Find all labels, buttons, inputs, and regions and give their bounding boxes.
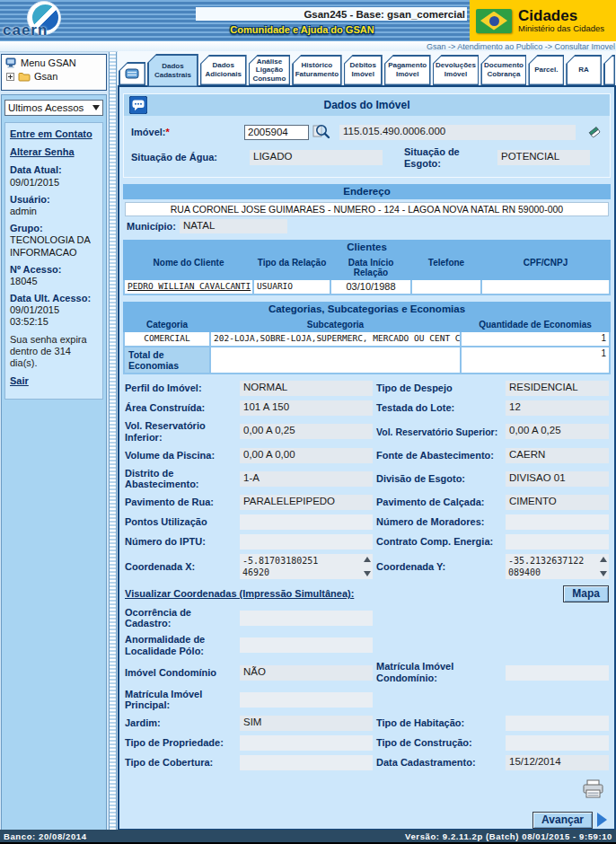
- row-ocorrencia: Ocorrência de Cadastro:: [125, 607, 609, 629]
- row-propriedade-construcao: Tipo de Propriedade: Tipo de Construção:: [125, 735, 609, 751]
- ultimos-acessos-select[interactable]: Ultimos Acessos: [4, 100, 103, 116]
- tab-overflow-stub[interactable]: [603, 55, 615, 85]
- esgoto-value: POTENCIAL: [497, 150, 590, 165]
- cobertura-label: Tipo de Cobertura:: [125, 757, 236, 769]
- divisao-label: Divisão de Esgoto:: [376, 473, 502, 485]
- change-password-link[interactable]: Alterar Senha: [10, 146, 98, 158]
- coord-x-field[interactable]: -5.81703180251 46920: [240, 554, 373, 579]
- pav-calcada-value: CIMENTO: [506, 495, 609, 510]
- avancar-row: Avançar: [127, 812, 607, 829]
- testada-value: 12: [506, 400, 609, 416]
- tab-documento-cobranca[interactable]: Documento Cobrança: [480, 55, 526, 85]
- perfil-label: Perfil do Imóvel:: [125, 382, 236, 394]
- energia-label: Contrato Comp. Energia:: [376, 536, 502, 548]
- tab-parcel[interactable]: Parcel.: [528, 55, 564, 85]
- imovel-code-input[interactable]: [244, 125, 309, 140]
- header-center: Gsan245 - Base: gsan_comercial Comunidad…: [135, 0, 470, 41]
- tab-analise-ligacao-consumo[interactable]: Análise Ligação Consumo: [249, 55, 291, 85]
- tab-debitos-imovel[interactable]: Débitos Imóvel: [344, 55, 383, 85]
- eraser-icon[interactable]: [576, 124, 603, 140]
- row-area-testada: Área Construída: 101 A 150 Testada do Lo…: [125, 400, 609, 416]
- caern-logo: caern: [0, 0, 135, 41]
- col-tipo: Tipo da Relação: [254, 256, 330, 278]
- pav-rua-value: PARALELEPIPEDO: [240, 495, 373, 510]
- client-name-link[interactable]: PEDRO WILLIAN CAVALCANTI: [128, 281, 251, 291]
- testada-label: Testada do Lote:: [376, 402, 502, 414]
- coord-x-value: -5.81703180251 46920: [240, 554, 362, 579]
- col-subcategoria: Subcategoria: [211, 318, 460, 330]
- session-info-box: Entre em Contato Alterar Senha Data Atua…: [4, 122, 103, 400]
- app-header: caern Gsan245 - Base: gsan_comercial Com…: [0, 0, 616, 41]
- tab-devolucoes-imovel[interactable]: Devoluções Imóvel: [433, 55, 480, 85]
- spin-down-icon[interactable]: [364, 571, 371, 576]
- construcao-label: Tipo de Construção:: [376, 737, 502, 749]
- coord-y-value: -35.2132637122 089400: [506, 554, 598, 579]
- coord-y-field[interactable]: -35.2132637122 089400: [506, 554, 609, 579]
- categorias-total-row: Total de Economias 1: [123, 347, 611, 373]
- coord-x-spinner[interactable]: [362, 554, 373, 579]
- section-dados-imovel-header: Dados do Imóvel: [124, 94, 610, 116]
- ocorrencia-value: [240, 611, 373, 626]
- visualizar-coordenadas-link[interactable]: Visualizar Coordenadas (Impressão Simult…: [125, 588, 354, 599]
- user-value: admin: [10, 206, 98, 217]
- moradores-label: Número de Moradores:: [376, 516, 502, 528]
- contact-link[interactable]: Entre em Contato: [10, 128, 98, 140]
- propriedade-value: [240, 735, 373, 751]
- logout-link[interactable]: Sair: [10, 375, 98, 387]
- categorias-data-row: COMERCIAL 202-LOJA,SOBRE-LOJA,SUPERMERC,…: [123, 332, 611, 346]
- tab-ra[interactable]: RA: [566, 55, 602, 85]
- menu-gsan-label: Menu GSAN: [21, 57, 76, 68]
- tab-historico-faturamento[interactable]: Histórico Faturamento: [292, 55, 341, 85]
- spin-up-icon[interactable]: [600, 557, 607, 562]
- help-chat-icon[interactable]: [129, 96, 147, 118]
- condominio-value: NÃO: [240, 665, 373, 681]
- municipio-row: Município: NATAL: [127, 219, 607, 233]
- categorias-title: Categorias, Subcategorias e Economias: [123, 302, 611, 317]
- spin-up-icon[interactable]: [364, 557, 371, 562]
- version-info: Versão: 9.2.11.2p (Batch) 08/01/2015 - 9…: [405, 831, 612, 841]
- forward-arrow-icon[interactable]: [597, 813, 607, 827]
- total-economias-label: Total de Economias: [125, 347, 209, 373]
- section-title: Dados do Imóvel: [124, 99, 610, 111]
- menu-gsan-item[interactable]: Menu GSAN: [5, 57, 102, 68]
- mapa-button[interactable]: Mapa: [563, 585, 609, 602]
- sidebar: Ultimos Acessos Entre em Contato Alterar…: [1, 94, 107, 831]
- pontos-value: [240, 514, 373, 530]
- last-access-value: 09/01/2015 03:52:15: [10, 304, 98, 328]
- printer-row: [128, 779, 605, 799]
- piscina-value: 0,00 A 0,00: [240, 448, 373, 463]
- cadastramento-label: Data Cadastramento:: [376, 757, 502, 769]
- imovel-matricula-value: 115.015.490.0006.000: [339, 125, 576, 140]
- frame-resizer[interactable]: [109, 52, 117, 831]
- community-help-link[interactable]: Comunidade e Ajuda do GSAN: [135, 24, 470, 35]
- area-value: 101 A 150: [240, 400, 373, 416]
- group-value: TECNOLOGIA DA INFORMACAO: [10, 234, 98, 258]
- matricula-cond-label: Matrícula Imóvel Condomínio:: [376, 661, 502, 683]
- printer-icon[interactable]: [582, 779, 605, 799]
- last-access-label: Data Ult. Acesso:: [10, 293, 98, 304]
- expand-plus-icon[interactable]: [6, 73, 14, 81]
- distrito-label: Distrito de Abastecimento:: [125, 468, 236, 490]
- drawer-icon: [125, 68, 139, 79]
- spin-down-icon[interactable]: [600, 571, 607, 576]
- pontos-label: Pontos Utilização: [125, 516, 236, 528]
- group-label: Grupo:: [10, 223, 98, 234]
- esgoto-label: Situação de Esgoto:: [388, 146, 492, 169]
- tab-dados-cadastrais[interactable]: Dados Cadastrais: [147, 54, 198, 87]
- fonte-value: CAERN: [506, 448, 609, 463]
- tab-dados-adicionais[interactable]: Dados Adicionais: [200, 55, 247, 85]
- avancar-button[interactable]: Avançar: [532, 812, 593, 829]
- tab-menu-drawer[interactable]: [119, 62, 145, 85]
- computer-icon: [5, 57, 17, 68]
- col-data: Data Início Relação: [331, 256, 410, 278]
- coord-y-spinner[interactable]: [598, 554, 609, 579]
- search-icon[interactable]: [312, 124, 336, 140]
- coord-y-label: Coordenada Y:: [376, 561, 502, 573]
- energia-value: [506, 534, 609, 549]
- row-coordenadas: Coordenada X: -5.81703180251 46920 Coord…: [125, 554, 609, 579]
- tree-node-gsan[interactable]: Gsan: [5, 71, 102, 82]
- row-iptu-energia: Número do IPTU: Contrato Comp. Energia:: [125, 534, 609, 549]
- tab-pagamento-imovel[interactable]: Pagamento Imóvel: [384, 55, 431, 85]
- client-name-cell: PEDRO WILLIAN CAVALCANTI: [125, 280, 252, 294]
- db-date: Banco: 20/08/2014: [4, 831, 87, 841]
